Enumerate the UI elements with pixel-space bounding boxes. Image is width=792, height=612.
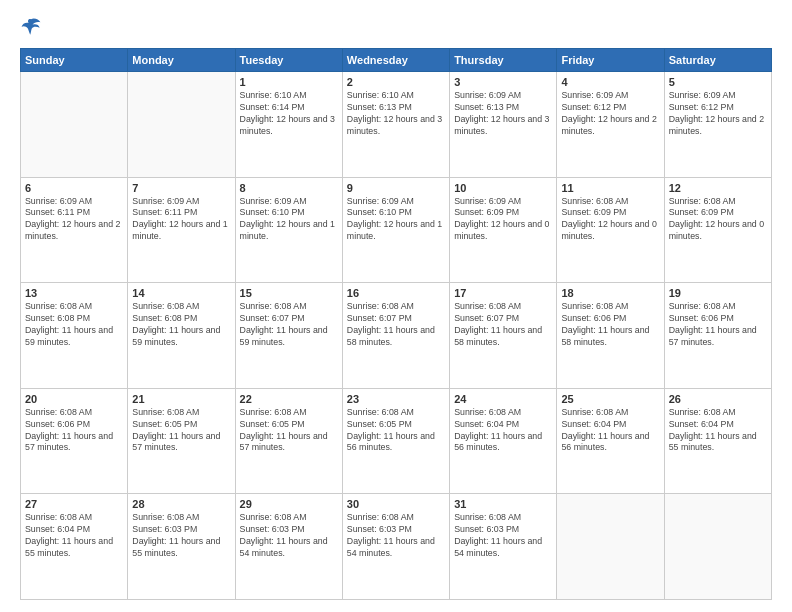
weekday-header-monday: Monday bbox=[128, 49, 235, 72]
calendar-week-row: 6Sunrise: 6:09 AM Sunset: 6:11 PM Daylig… bbox=[21, 177, 772, 283]
calendar-cell bbox=[664, 494, 771, 600]
calendar-cell: 15Sunrise: 6:08 AM Sunset: 6:07 PM Dayli… bbox=[235, 283, 342, 389]
day-number: 12 bbox=[669, 182, 767, 194]
calendar-cell: 9Sunrise: 6:09 AM Sunset: 6:10 PM Daylig… bbox=[342, 177, 449, 283]
day-info: Sunrise: 6:10 AM Sunset: 6:13 PM Dayligh… bbox=[347, 90, 445, 138]
calendar-week-row: 1Sunrise: 6:10 AM Sunset: 6:14 PM Daylig… bbox=[21, 72, 772, 178]
logo bbox=[20, 16, 46, 38]
calendar-table: SundayMondayTuesdayWednesdayThursdayFrid… bbox=[20, 48, 772, 600]
calendar-cell: 4Sunrise: 6:09 AM Sunset: 6:12 PM Daylig… bbox=[557, 72, 664, 178]
day-number: 27 bbox=[25, 498, 123, 510]
weekday-header-thursday: Thursday bbox=[450, 49, 557, 72]
calendar-cell: 29Sunrise: 6:08 AM Sunset: 6:03 PM Dayli… bbox=[235, 494, 342, 600]
day-number: 14 bbox=[132, 287, 230, 299]
day-info: Sunrise: 6:08 AM Sunset: 6:09 PM Dayligh… bbox=[561, 196, 659, 244]
calendar-cell: 22Sunrise: 6:08 AM Sunset: 6:05 PM Dayli… bbox=[235, 388, 342, 494]
weekday-header-tuesday: Tuesday bbox=[235, 49, 342, 72]
day-info: Sunrise: 6:08 AM Sunset: 6:04 PM Dayligh… bbox=[669, 407, 767, 455]
day-info: Sunrise: 6:08 AM Sunset: 6:04 PM Dayligh… bbox=[25, 512, 123, 560]
day-info: Sunrise: 6:08 AM Sunset: 6:05 PM Dayligh… bbox=[240, 407, 338, 455]
calendar-cell: 24Sunrise: 6:08 AM Sunset: 6:04 PM Dayli… bbox=[450, 388, 557, 494]
day-info: Sunrise: 6:09 AM Sunset: 6:10 PM Dayligh… bbox=[347, 196, 445, 244]
calendar-cell: 26Sunrise: 6:08 AM Sunset: 6:04 PM Dayli… bbox=[664, 388, 771, 494]
day-number: 5 bbox=[669, 76, 767, 88]
calendar-cell: 12Sunrise: 6:08 AM Sunset: 6:09 PM Dayli… bbox=[664, 177, 771, 283]
day-number: 10 bbox=[454, 182, 552, 194]
calendar-cell: 7Sunrise: 6:09 AM Sunset: 6:11 PM Daylig… bbox=[128, 177, 235, 283]
day-info: Sunrise: 6:08 AM Sunset: 6:03 PM Dayligh… bbox=[132, 512, 230, 560]
day-number: 22 bbox=[240, 393, 338, 405]
calendar-cell: 5Sunrise: 6:09 AM Sunset: 6:12 PM Daylig… bbox=[664, 72, 771, 178]
calendar-cell: 6Sunrise: 6:09 AM Sunset: 6:11 PM Daylig… bbox=[21, 177, 128, 283]
calendar-cell: 13Sunrise: 6:08 AM Sunset: 6:08 PM Dayli… bbox=[21, 283, 128, 389]
day-info: Sunrise: 6:08 AM Sunset: 6:08 PM Dayligh… bbox=[132, 301, 230, 349]
day-number: 20 bbox=[25, 393, 123, 405]
page: SundayMondayTuesdayWednesdayThursdayFrid… bbox=[0, 0, 792, 612]
day-number: 31 bbox=[454, 498, 552, 510]
day-info: Sunrise: 6:08 AM Sunset: 6:04 PM Dayligh… bbox=[561, 407, 659, 455]
calendar-cell: 28Sunrise: 6:08 AM Sunset: 6:03 PM Dayli… bbox=[128, 494, 235, 600]
day-info: Sunrise: 6:08 AM Sunset: 6:08 PM Dayligh… bbox=[25, 301, 123, 349]
day-info: Sunrise: 6:08 AM Sunset: 6:09 PM Dayligh… bbox=[669, 196, 767, 244]
day-number: 9 bbox=[347, 182, 445, 194]
weekday-header-saturday: Saturday bbox=[664, 49, 771, 72]
day-info: Sunrise: 6:10 AM Sunset: 6:14 PM Dayligh… bbox=[240, 90, 338, 138]
calendar-week-row: 20Sunrise: 6:08 AM Sunset: 6:06 PM Dayli… bbox=[21, 388, 772, 494]
day-info: Sunrise: 6:08 AM Sunset: 6:03 PM Dayligh… bbox=[240, 512, 338, 560]
day-number: 23 bbox=[347, 393, 445, 405]
day-info: Sunrise: 6:08 AM Sunset: 6:07 PM Dayligh… bbox=[347, 301, 445, 349]
calendar-cell: 19Sunrise: 6:08 AM Sunset: 6:06 PM Dayli… bbox=[664, 283, 771, 389]
day-number: 29 bbox=[240, 498, 338, 510]
day-number: 13 bbox=[25, 287, 123, 299]
day-info: Sunrise: 6:08 AM Sunset: 6:03 PM Dayligh… bbox=[347, 512, 445, 560]
day-number: 19 bbox=[669, 287, 767, 299]
day-info: Sunrise: 6:08 AM Sunset: 6:04 PM Dayligh… bbox=[454, 407, 552, 455]
day-number: 21 bbox=[132, 393, 230, 405]
weekday-header-sunday: Sunday bbox=[21, 49, 128, 72]
calendar-cell: 8Sunrise: 6:09 AM Sunset: 6:10 PM Daylig… bbox=[235, 177, 342, 283]
calendar-cell: 17Sunrise: 6:08 AM Sunset: 6:07 PM Dayli… bbox=[450, 283, 557, 389]
calendar-cell: 16Sunrise: 6:08 AM Sunset: 6:07 PM Dayli… bbox=[342, 283, 449, 389]
day-info: Sunrise: 6:08 AM Sunset: 6:07 PM Dayligh… bbox=[240, 301, 338, 349]
day-info: Sunrise: 6:08 AM Sunset: 6:07 PM Dayligh… bbox=[454, 301, 552, 349]
calendar-cell: 25Sunrise: 6:08 AM Sunset: 6:04 PM Dayli… bbox=[557, 388, 664, 494]
calendar-week-row: 27Sunrise: 6:08 AM Sunset: 6:04 PM Dayli… bbox=[21, 494, 772, 600]
weekday-header-wednesday: Wednesday bbox=[342, 49, 449, 72]
day-number: 24 bbox=[454, 393, 552, 405]
calendar-cell bbox=[128, 72, 235, 178]
header bbox=[20, 16, 772, 38]
calendar-cell: 21Sunrise: 6:08 AM Sunset: 6:05 PM Dayli… bbox=[128, 388, 235, 494]
day-number: 15 bbox=[240, 287, 338, 299]
day-info: Sunrise: 6:08 AM Sunset: 6:06 PM Dayligh… bbox=[669, 301, 767, 349]
day-number: 8 bbox=[240, 182, 338, 194]
day-info: Sunrise: 6:09 AM Sunset: 6:11 PM Dayligh… bbox=[25, 196, 123, 244]
calendar-cell bbox=[21, 72, 128, 178]
day-info: Sunrise: 6:08 AM Sunset: 6:05 PM Dayligh… bbox=[132, 407, 230, 455]
calendar-cell: 31Sunrise: 6:08 AM Sunset: 6:03 PM Dayli… bbox=[450, 494, 557, 600]
day-number: 7 bbox=[132, 182, 230, 194]
day-info: Sunrise: 6:08 AM Sunset: 6:06 PM Dayligh… bbox=[561, 301, 659, 349]
day-number: 1 bbox=[240, 76, 338, 88]
logo-bird-icon bbox=[20, 16, 42, 38]
day-info: Sunrise: 6:09 AM Sunset: 6:12 PM Dayligh… bbox=[561, 90, 659, 138]
calendar-cell: 1Sunrise: 6:10 AM Sunset: 6:14 PM Daylig… bbox=[235, 72, 342, 178]
calendar-cell: 27Sunrise: 6:08 AM Sunset: 6:04 PM Dayli… bbox=[21, 494, 128, 600]
day-number: 16 bbox=[347, 287, 445, 299]
day-number: 3 bbox=[454, 76, 552, 88]
calendar-cell: 23Sunrise: 6:08 AM Sunset: 6:05 PM Dayli… bbox=[342, 388, 449, 494]
calendar-cell: 11Sunrise: 6:08 AM Sunset: 6:09 PM Dayli… bbox=[557, 177, 664, 283]
day-info: Sunrise: 6:09 AM Sunset: 6:13 PM Dayligh… bbox=[454, 90, 552, 138]
day-number: 4 bbox=[561, 76, 659, 88]
calendar-cell: 30Sunrise: 6:08 AM Sunset: 6:03 PM Dayli… bbox=[342, 494, 449, 600]
calendar-cell: 20Sunrise: 6:08 AM Sunset: 6:06 PM Dayli… bbox=[21, 388, 128, 494]
day-number: 30 bbox=[347, 498, 445, 510]
day-info: Sunrise: 6:09 AM Sunset: 6:12 PM Dayligh… bbox=[669, 90, 767, 138]
calendar-cell: 10Sunrise: 6:09 AM Sunset: 6:09 PM Dayli… bbox=[450, 177, 557, 283]
calendar-cell: 3Sunrise: 6:09 AM Sunset: 6:13 PM Daylig… bbox=[450, 72, 557, 178]
calendar-week-row: 13Sunrise: 6:08 AM Sunset: 6:08 PM Dayli… bbox=[21, 283, 772, 389]
day-number: 6 bbox=[25, 182, 123, 194]
calendar-cell: 14Sunrise: 6:08 AM Sunset: 6:08 PM Dayli… bbox=[128, 283, 235, 389]
day-number: 11 bbox=[561, 182, 659, 194]
day-number: 26 bbox=[669, 393, 767, 405]
day-number: 28 bbox=[132, 498, 230, 510]
